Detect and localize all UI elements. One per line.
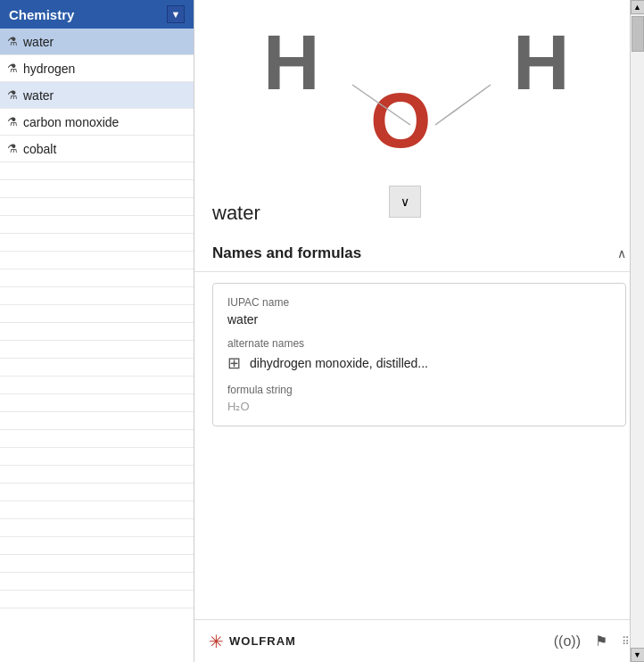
list-item-label: hydrogen [23,62,75,76]
flask-icon: ⚗ [7,62,18,75]
scroll-up-button[interactable]: ▲ [631,0,645,14]
main-container: Chemistry ▼ ⚗ water ⚗ hydrogen ⚗ water ⚗… [0,0,644,662]
list-item[interactable]: ⚗ cobalt [0,136,194,162]
radio-icon[interactable]: ((o)) [554,633,581,650]
section-title: Names and formulas [212,244,361,262]
list-header-title: Chemistry [9,7,167,22]
list-item-label: water [23,88,54,103]
flask-icon: ⚗ [7,142,18,155]
detail-panel: water Names and formulas ∧ IUPAC name wa… [194,187,644,619]
flag-icon[interactable]: ⚑ [595,633,607,650]
list-item[interactable]: ⚗ water [0,82,194,109]
wolfram-brand-name: WOLFRAM [229,634,296,648]
section-names-formulas-header[interactable]: Names and formulas ∧ [194,236,644,272]
list-item-label: carbon monoxide [23,115,119,129]
list-item[interactable]: ⚗ carbon monoxide [0,109,194,136]
names-formulas-card: IUPAC name water alternate names ⊞ dihyd… [212,283,626,426]
formula-value: H₂O [227,400,611,413]
list-item-label: water [23,35,54,49]
alt-names-row: ⊞ dihydrogen monoxide, distilled... [227,353,611,373]
footer-icons: ((o)) ⚑ ⠿ [554,633,630,650]
molecule-diagram: H H O [194,0,644,187]
dots-icon[interactable]: ⠿ [622,635,630,648]
svg-text:H: H [513,18,570,106]
flask-icon: ⚗ [7,35,18,48]
list-item-label: cobalt [23,142,56,156]
flask-icon: ⚗ [7,115,18,128]
grid-icon: ⊞ [227,353,241,373]
alt-names-label: alternate names [227,337,611,350]
scrollbar-track[interactable] [631,14,645,648]
chevron-up-icon: ∧ [617,246,626,261]
dropdown-arrow-icon[interactable]: ▼ [167,5,185,23]
collapse-button[interactable]: ∨ [389,186,421,218]
alt-names-value: dihydrogen monoxide, distilled... [250,356,428,370]
scroll-down-button[interactable]: ▼ [631,648,645,662]
list-item[interactable]: ⚗ water [0,29,194,55]
left-panel: Chemistry ▼ ⚗ water ⚗ hydrogen ⚗ water ⚗… [0,0,194,662]
flask-icon: ⚗ [7,88,18,102]
scrollbar: ▲ ▼ [630,0,644,662]
blank-rows [0,162,194,662]
svg-line-4 [435,85,491,125]
footer-bar: ✳ WOLFRAM ((o)) ⚑ ⠿ [194,619,644,662]
svg-text:H: H [263,18,320,106]
iupac-label: IUPAC name [227,296,611,309]
svg-text:O: O [370,76,431,164]
scrollbar-thumb[interactable] [632,16,644,52]
list-item[interactable]: ⚗ hydrogen [0,55,194,82]
formula-label: formula string [227,384,611,396]
wolfram-burst-icon: ✳ [209,631,224,652]
right-panel: H H O ∨ water Names and formulas ∧ IUPAC [194,0,644,662]
chevron-down-icon: ∨ [400,194,409,209]
wolfram-logo: ✳ WOLFRAM [209,631,296,652]
iupac-value: water [227,312,611,327]
list-header[interactable]: Chemistry ▼ [0,0,194,29]
